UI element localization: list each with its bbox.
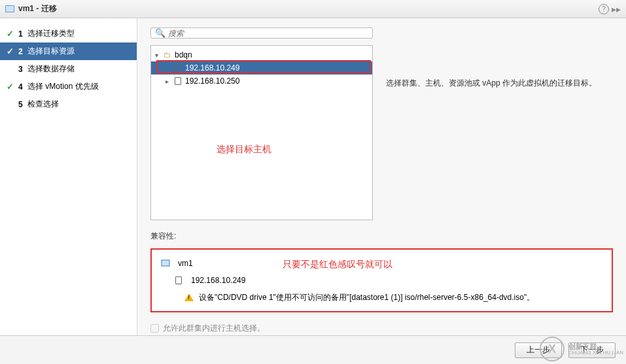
tree-label: 192.168.10.249 <box>185 63 239 73</box>
logo-sublabel: CHUANG XIN HU LIAN <box>568 350 623 356</box>
warning-icon <box>184 293 194 301</box>
expand-icon[interactable]: ▸ <box>165 78 173 85</box>
expand-icon[interactable]: ▸▸ <box>612 4 621 14</box>
expand-icon[interactable]: ▹ <box>165 65 173 72</box>
compatibility-box: 只要不是红色感叹号就可以 vm1 192.168.10.249 设备"CD/DV… <box>150 248 613 312</box>
cluster-host-label: 允许此群集内进行主机选择。 <box>163 323 265 334</box>
annotation-select-host: 选择目标主机 <box>217 144 271 156</box>
resource-tree: ▾ 🗀 bdqn ▹ 192.168.10.249 ▸ 192.168.10.2… <box>150 45 373 220</box>
datacenter-icon: 🗀 <box>163 50 172 59</box>
brand-logo: X 创新互联 CHUANG XIN HU LIAN <box>540 337 623 361</box>
host-icon <box>173 76 183 86</box>
compat-warning-text: 设备"CD/DVD drive 1"使用不可访问的备用"[datastore1 … <box>199 292 534 303</box>
tree-host-250[interactable]: ▸ 192.168.10.250 <box>151 74 372 88</box>
main-panel: 🔍 ▾ 🗀 bdqn ▹ 192.168.10.249 <box>137 18 626 335</box>
compat-warning-row: 设备"CD/DVD drive 1"使用不可访问的备用"[datastore1 … <box>158 289 605 306</box>
svg-rect-1 <box>6 6 14 12</box>
title-bar: vm1 - 迁移 ? ▸▸ <box>0 0 626 18</box>
check-icon: ✓ <box>7 46 18 56</box>
step-target-resource[interactable]: ✓ 2 选择目标资源 <box>0 42 137 60</box>
logo-label: 创新互联 <box>568 342 623 350</box>
footer: 上一步 下一步 <box>0 335 626 364</box>
annotation-warning-ok: 只要不是红色感叹号就可以 <box>283 259 392 271</box>
tree-label: 192.168.10.250 <box>185 76 239 86</box>
vm-icon <box>5 5 14 14</box>
check-icon: ✓ <box>7 29 18 39</box>
step-review[interactable]: 5 检查选择 <box>0 95 137 113</box>
vm-icon <box>161 259 170 268</box>
help-icon[interactable]: ? <box>599 4 609 14</box>
instruction-text: 选择群集、主机、资源池或 vApp 作为此虚拟机的迁移目标。 <box>386 45 597 220</box>
search-icon: 🔍 <box>155 28 165 38</box>
wizard-sidebar: ✓ 1 选择迁移类型 ✓ 2 选择目标资源 3 选择数据存储 ✓ 4 选择 vM… <box>0 18 137 335</box>
compat-host-row: 192.168.10.249 <box>158 272 605 289</box>
tree-label: bdqn <box>175 50 192 59</box>
host-icon <box>174 276 183 285</box>
cluster-host-checkbox <box>150 324 159 333</box>
step-vmotion-priority[interactable]: ✓ 4 选择 vMotion 优先级 <box>0 78 137 95</box>
compat-host-name: 192.168.10.249 <box>191 276 245 285</box>
logo-symbol: X <box>540 337 565 361</box>
window-title: vm1 - 迁移 <box>18 3 57 14</box>
collapse-icon[interactable]: ▾ <box>155 52 163 59</box>
cluster-host-select-row: 允许此群集内进行主机选择。 <box>150 319 613 334</box>
step-datastore[interactable]: 3 选择数据存储 <box>0 60 137 78</box>
compat-vm-name: vm1 <box>178 259 193 268</box>
search-box[interactable]: 🔍 <box>150 27 373 39</box>
tree-host-249[interactable]: ▹ 192.168.10.249 <box>151 61 372 74</box>
step-migration-type[interactable]: ✓ 1 选择迁移类型 <box>0 25 137 42</box>
compatibility-label: 兼容性: <box>150 231 613 242</box>
host-icon <box>173 63 183 73</box>
search-input[interactable] <box>168 29 368 38</box>
check-icon: ✓ <box>7 82 18 91</box>
tree-root-bdqn[interactable]: ▾ 🗀 bdqn <box>151 48 372 61</box>
svg-rect-2 <box>162 260 169 266</box>
